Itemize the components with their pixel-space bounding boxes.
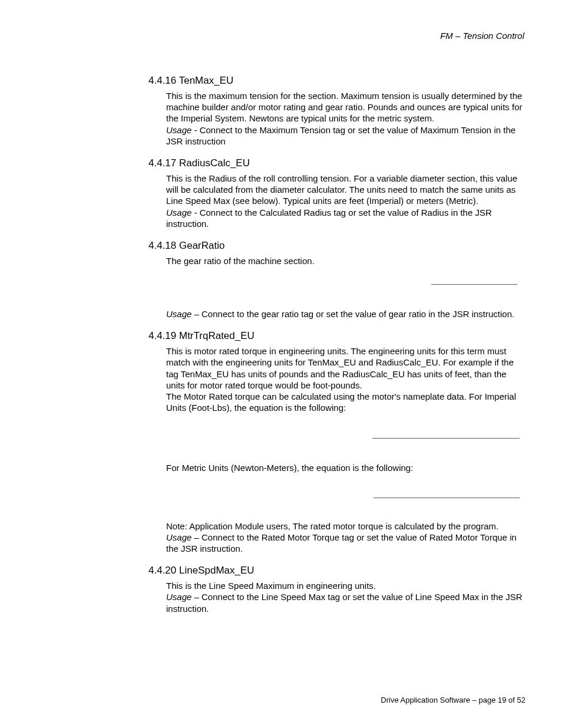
usage-label: Usage <box>166 532 191 542</box>
usage-text: – Connect to the Line Speed Max tag or s… <box>166 592 523 613</box>
divider-line <box>373 498 520 498</box>
section-body: The gear ratio of the machine section. U… <box>166 255 525 319</box>
usage-label: Usage <box>166 207 191 218</box>
section-heading: 4.4.16 TenMax_EU <box>148 75 525 87</box>
section-mtrtrqrated: 4.4.19 MtrTrqRated_EU This is motor rate… <box>37 330 525 554</box>
section-radiuscalc: 4.4.17 RadiusCalc_EU This is the Radius … <box>37 157 525 229</box>
section-body: This is the Radius of the roll controlli… <box>166 173 525 229</box>
section-body: This is motor rated torque in engineerin… <box>166 345 525 554</box>
section-heading: 4.4.18 GearRatio <box>148 240 525 252</box>
usage-text: – Connect to the Rated Motor Torque tag … <box>166 532 517 554</box>
section-gearratio: 4.4.18 GearRatio The gear ratio of the m… <box>37 240 525 319</box>
body-text: For Metric Units (Newton-Meters), the eq… <box>166 463 413 473</box>
usage-text: - Connect to the Maximum Tension tag or … <box>166 125 515 146</box>
section-linespdmax: 4.4.20 LineSpdMax_EU This is the Line Sp… <box>37 565 525 614</box>
body-text: The Motor Rated torque can be calculated… <box>166 391 516 413</box>
page-footer: Drive Application Software – page 19 of … <box>381 696 525 704</box>
section-heading: 4.4.17 RadiusCalc_EU <box>148 157 525 169</box>
section-tenmax: 4.4.16 TenMax_EU This is the maximum ten… <box>37 75 525 147</box>
body-text: The gear ratio of the machine section. <box>166 256 315 266</box>
body-text: This is the Radius of the roll controlli… <box>166 173 517 206</box>
body-text: This is the Line Speed Maximum in engine… <box>166 581 376 591</box>
usage-label: Usage <box>166 125 191 135</box>
usage-label: Usage <box>166 592 191 602</box>
section-body: This is the maximum tension for the sect… <box>166 90 525 147</box>
body-text: This is motor rated torque in engineerin… <box>166 346 514 390</box>
usage-text: – Connect to the gear ratio tag or set t… <box>191 309 514 319</box>
usage-text: - Connect to the Calculated Radius tag o… <box>166 207 492 229</box>
body-text: This is the maximum tension for the sect… <box>166 91 523 123</box>
section-heading: 4.4.20 LineSpdMax_EU <box>148 565 525 577</box>
section-heading: 4.4.19 MtrTrqRated_EU <box>148 330 525 342</box>
page-header-title: FM – Tension Control <box>37 31 525 41</box>
usage-label: Usage <box>166 309 191 319</box>
body-text: Note: Application Module users, The rate… <box>166 521 498 531</box>
section-body: This is the Line Speed Maximum in engine… <box>166 580 525 614</box>
divider-line <box>372 438 520 439</box>
divider-line <box>431 284 517 285</box>
